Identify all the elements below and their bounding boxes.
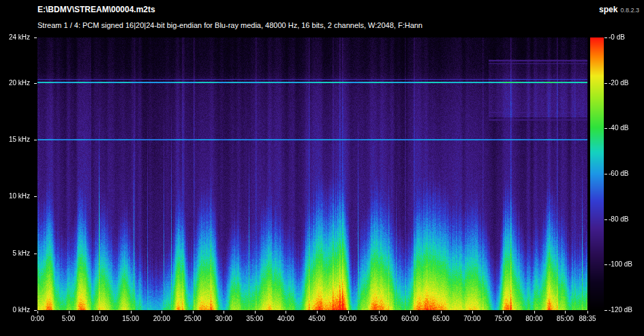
db-tick-mark [604,219,607,220]
time-tick-mark [317,311,318,314]
db-tick-mark [604,128,607,129]
db-tick-mark [604,37,607,38]
db-tick-label: -80 dB [609,215,628,224]
time-tick-mark [99,311,100,314]
db-tick-mark [604,310,607,311]
freq-tick-label: 15 kHz [3,136,30,144]
time-tick-label: 35:00 [246,315,263,323]
time-tick-label: 70:00 [463,315,480,323]
freq-tick-mark [34,83,37,84]
freq-tick-mark [34,140,37,140]
db-tick-label: -40 dB [609,124,628,132]
time-tick-label: 5:00 [62,315,75,323]
time-tick-label: 80:00 [525,315,542,323]
time-tick-label: 40:00 [277,315,294,323]
db-tick-label: -120 dB [609,306,632,314]
time-tick-mark [224,311,224,314]
freq-tick-mark [34,196,37,197]
db-tick-label: -60 dB [609,170,628,178]
time-tick-label: 60:00 [401,315,418,323]
time-tick-label: 30:00 [215,315,232,323]
db-tick-mark [604,174,607,174]
db-tick-mark [604,264,607,265]
db-tick-label: -20 dB [609,79,628,87]
time-tick-mark [503,311,504,314]
time-tick-mark [255,311,256,314]
stream-info: Stream 1 / 4: PCM signed 16|20|24-bit bi… [37,21,423,29]
time-tick-label: 55:00 [371,315,388,323]
time-tick-mark [37,311,38,314]
time-tick-label: 45:00 [308,315,325,323]
time-tick-mark [348,311,349,314]
time-tick-label: 75:00 [495,315,512,323]
freq-tick-mark [34,310,37,311]
spectrogram-canvas [37,37,587,310]
freq-tick-label: 10 kHz [3,192,30,200]
time-tick-label: 20:00 [153,315,170,323]
time-tick-mark [587,311,588,314]
freq-tick-label: 5 kHz [3,249,30,258]
time-tick-mark [565,311,566,314]
time-tick-mark [534,311,535,314]
time-tick-mark [69,311,70,314]
spek-window: E:\BDMV\STREAM\00004.m2ts spek 0.8.2.3 S… [0,0,644,336]
time-tick-mark [379,311,380,314]
time-tick-mark [472,311,473,314]
time-tick-label: 15:00 [122,315,139,323]
app-brand: spek 0.8.2.3 [599,5,639,14]
time-tick-label: 85:00 [557,315,574,323]
time-tick-label: 50:00 [339,315,356,323]
db-tick-label: -0 dB [609,33,625,42]
time-tick-mark [410,311,411,314]
time-tick-mark [131,311,132,314]
freq-tick-label: 24 kHz [3,33,30,42]
time-tick-label: 65:00 [433,315,450,323]
colorbar [590,37,604,310]
time-tick-label: 10:00 [91,315,108,323]
app-version: 0.8.2.3 [620,7,639,14]
time-tick-mark [441,311,442,314]
file-path: E:\BDMV\STREAM\00004.m2ts [37,5,155,14]
time-tick-label: 25:00 [184,315,201,323]
time-tick-mark [286,311,286,314]
freq-tick-mark [34,254,37,254]
db-tick-mark [604,83,607,84]
freq-tick-mark [34,37,37,38]
freq-tick-label: 0 kHz [3,306,30,314]
db-tick-label: -100 dB [609,260,632,269]
time-tick-mark [162,311,162,314]
app-name: spek [599,5,617,14]
time-tick-label: 0:00 [31,315,44,323]
freq-tick-label: 20 kHz [3,79,30,87]
time-tick-label: 88:35 [579,315,596,323]
time-tick-mark [193,311,194,314]
